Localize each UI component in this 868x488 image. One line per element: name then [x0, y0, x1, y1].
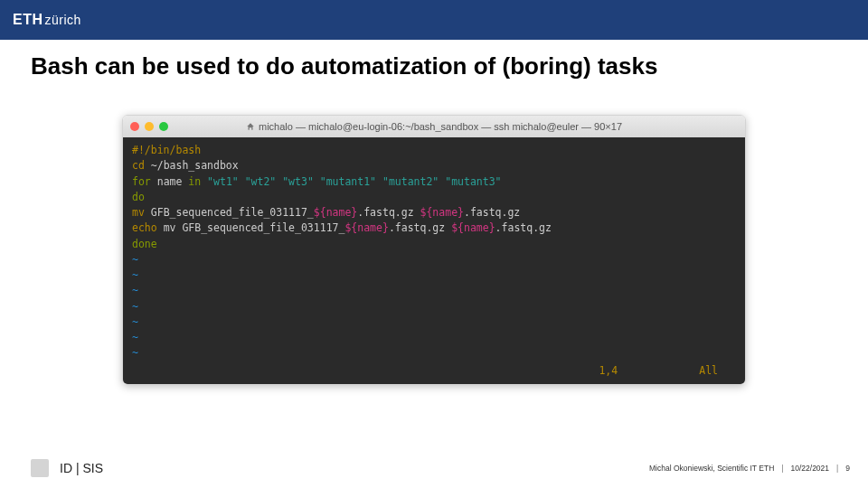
- code-echo-b: .fastq.gz: [389, 221, 451, 234]
- code-tilde: ~: [132, 283, 736, 298]
- slide: ETHzürich Bash can be used to do automat…: [0, 0, 868, 488]
- code-cd-path: ~/bash_sandbox: [145, 159, 239, 172]
- code-cd: cd: [132, 159, 145, 172]
- footer-author: Michal Okoniewski, Scientific IT ETH: [649, 464, 774, 473]
- code-tilde: ~: [132, 267, 736, 283]
- eth-seal-icon: [31, 459, 49, 477]
- code-mv-b: .fastq.gz: [357, 206, 420, 219]
- logo-main: ETH: [13, 12, 43, 27]
- code-echo-var: ${name}: [344, 221, 388, 234]
- code-tilde: ~: [132, 345, 736, 361]
- logo-sub: zürich: [45, 13, 81, 27]
- code-do: do: [132, 191, 145, 203]
- footer-idsis: ID | SIS: [60, 461, 103, 475]
- code-done: done: [132, 238, 157, 250]
- code-mv-a: GFB_sequenced_file_031117_: [145, 206, 314, 219]
- code-for-var: name: [151, 175, 189, 188]
- code-for-in: in: [188, 175, 207, 188]
- footer-sep: |: [836, 464, 838, 473]
- code-tilde: ~: [132, 314, 736, 330]
- code-mv: mv: [132, 206, 145, 219]
- terminal-title: michalo — michalo@eu-login-06:~/bash_san…: [123, 121, 745, 132]
- code-tilde: ~: [132, 299, 736, 314]
- home-icon: [246, 122, 255, 131]
- code-tilde: ~: [132, 252, 736, 267]
- code-echo-a: mv GFB_sequenced_file_031117_: [157, 221, 345, 234]
- scroll-indicator: All: [699, 363, 718, 379]
- editor-status-row: 1,4 All: [132, 363, 736, 379]
- footer-page: 9: [845, 464, 850, 473]
- footer: ID | SIS Michal Okoniewski, Scientific I…: [0, 459, 868, 477]
- code-mv-var: ${name}: [314, 206, 357, 219]
- terminal-window: michalo — michalo@eu-login-06:~/bash_san…: [122, 115, 746, 385]
- footer-right: Michal Okoniewski, Scientific IT ETH | 1…: [649, 464, 850, 473]
- code-mv-c: .fastq.gz: [464, 206, 520, 219]
- slide-title: Bash can be used to do automatization of…: [31, 52, 868, 80]
- code-for: for: [132, 175, 151, 188]
- terminal-body[interactable]: #!/bin/bash cd ~/bash_sandbox for name i…: [123, 137, 745, 384]
- terminal-titlebar: michalo — michalo@eu-login-06:~/bash_san…: [123, 116, 745, 137]
- code-tilde: ~: [132, 330, 736, 345]
- terminal-title-text: michalo — michalo@eu-login-06:~/bash_san…: [259, 121, 622, 132]
- footer-sep: |: [781, 464, 783, 473]
- code-echo: echo: [132, 221, 157, 234]
- code-echo-var: ${name}: [451, 221, 495, 234]
- code-for-args: "wt1" "wt2" "wt3" "mutant1" "mutant2" "m…: [207, 175, 501, 188]
- code-mv-var: ${name}: [420, 206, 464, 219]
- eth-logo: ETHzürich: [13, 12, 81, 28]
- code-echo-c: .fastq.gz: [495, 221, 552, 234]
- footer-date: 10/22/2021: [791, 464, 830, 473]
- header-bar: ETHzürich: [0, 0, 868, 40]
- code-shebang: #!/bin/bash: [132, 144, 201, 156]
- cursor-position: 1,4: [599, 363, 618, 379]
